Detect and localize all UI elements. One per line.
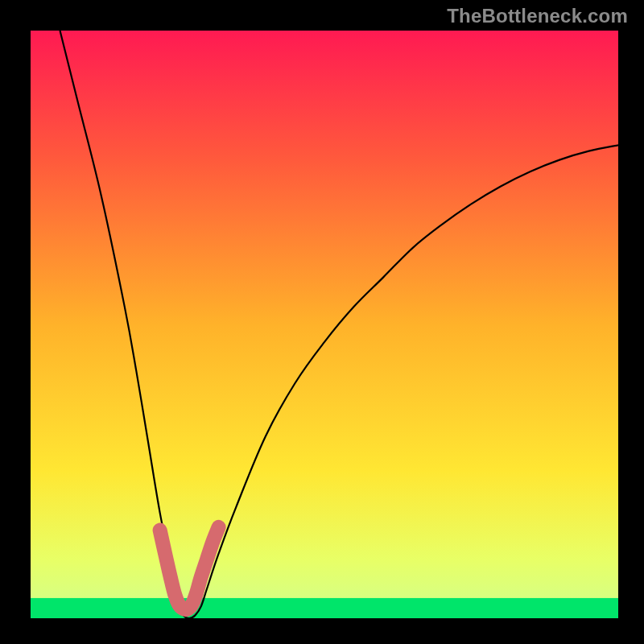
- chart-frame: TheBottleneck.com: [0, 0, 644, 644]
- watermark-text: TheBottleneck.com: [447, 5, 628, 27]
- plot-background: [31, 31, 618, 618]
- bottleneck-chart: [0, 0, 644, 644]
